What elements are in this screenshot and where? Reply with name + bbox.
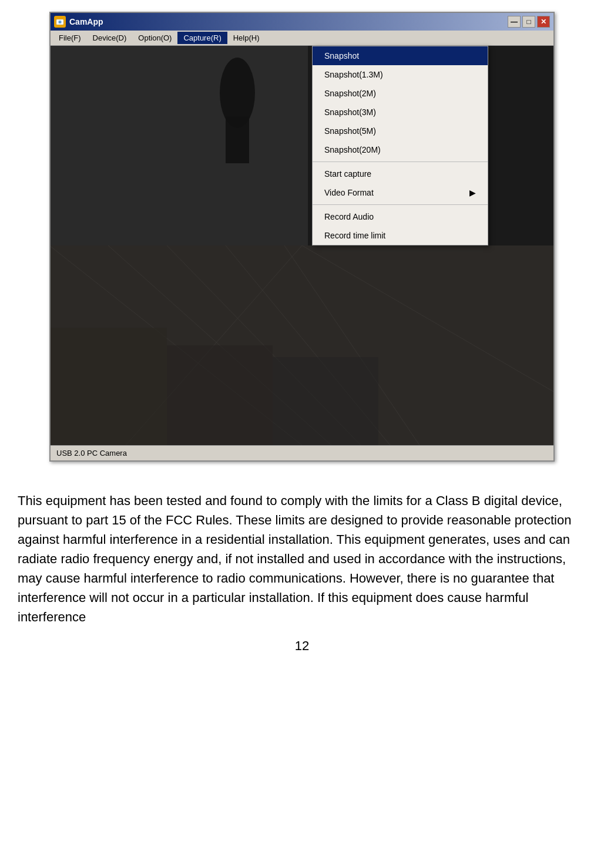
- svg-rect-17: [273, 357, 378, 445]
- title-bar-left: CamApp: [54, 16, 103, 28]
- menu-option[interactable]: Option(O): [132, 32, 177, 44]
- menu-item-snapshot-2m[interactable]: Snapshot(2M): [313, 84, 488, 103]
- close-button[interactable]: ✕: [537, 16, 550, 28]
- svg-rect-16: [167, 345, 273, 445]
- menu-item-snapshot-3m[interactable]: Snapshot(3M): [313, 103, 488, 122]
- title-bar-controls: — □ ✕: [508, 16, 550, 28]
- menu-item-snapshot-20m[interactable]: Snapshot(20M): [313, 140, 488, 159]
- menu-item-snapshot[interactable]: Snapshot: [313, 46, 488, 65]
- menu-bar: File(F) Device(D) Option(O) Capture(R) H…: [51, 31, 553, 46]
- svg-rect-13: [226, 116, 249, 163]
- body-text: This equipment has been tested and found…: [12, 479, 592, 638]
- menu-item-start-capture[interactable]: Start capture: [313, 164, 488, 183]
- dropdown-divider-1: [313, 162, 488, 162]
- menu-help[interactable]: Help(H): [227, 32, 266, 44]
- svg-rect-11: [51, 46, 308, 245]
- menu-file[interactable]: File(F): [53, 32, 87, 44]
- dropdown-divider-2: [313, 204, 488, 205]
- status-text: USB 2.0 PC Camera: [56, 449, 127, 457]
- content-area: Snapshot Snapshot(1.3M) Snapshot(2M) Sna…: [51, 46, 553, 445]
- menu-device[interactable]: Device(D): [87, 32, 133, 44]
- menu-item-record-time-limit[interactable]: Record time limit: [313, 226, 488, 245]
- app-icon: [54, 16, 66, 28]
- svg-point-2: [59, 21, 61, 23]
- app-window: CamApp — □ ✕ File(F) Device(D) Option(O)…: [49, 12, 555, 462]
- menu-item-record-audio[interactable]: Record Audio: [313, 207, 488, 226]
- status-bar: USB 2.0 PC Camera: [51, 445, 553, 460]
- menu-item-video-format[interactable]: Video Format ▶: [313, 183, 488, 202]
- app-title: CamApp: [69, 17, 103, 26]
- body-paragraph: This equipment has been tested and found…: [18, 491, 575, 627]
- page-number: 12: [12, 638, 592, 665]
- menu-item-snapshot-5m[interactable]: Snapshot(5M): [313, 122, 488, 140]
- capture-dropdown-menu: Snapshot Snapshot(1.3M) Snapshot(2M) Sna…: [312, 46, 488, 245]
- svg-rect-15: [51, 328, 167, 445]
- maximize-button[interactable]: □: [522, 16, 535, 28]
- title-bar: CamApp — □ ✕: [51, 13, 553, 31]
- submenu-arrow-icon: ▶: [469, 188, 476, 197]
- menu-item-snapshot-1-3m[interactable]: Snapshot(1.3M): [313, 65, 488, 84]
- menu-capture[interactable]: Capture(R): [177, 32, 227, 44]
- minimize-button[interactable]: —: [508, 16, 521, 28]
